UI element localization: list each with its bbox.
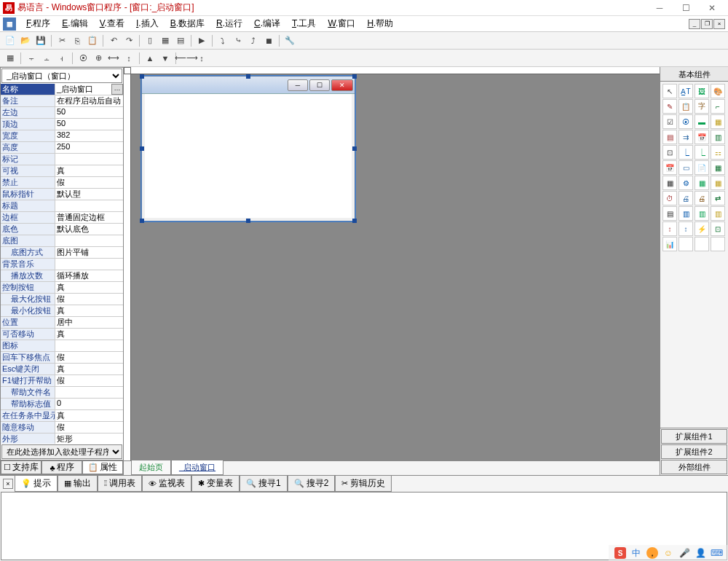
component-button-13[interactable]: ⇉ [678, 130, 693, 144]
resize-handle[interactable] [352, 146, 357, 151]
mdi-restore-button[interactable]: ❐ [701, 19, 713, 29]
layout1-button[interactable]: ▯ [143, 34, 157, 48]
tab-output[interactable]: ▦ 输出 [58, 475, 98, 492]
component-button-39[interactable]: ⊡ [711, 221, 725, 236]
menu-e[interactable]: E.编辑 [56, 16, 93, 31]
property-row[interactable]: 图标 [1, 340, 123, 352]
component-button-40[interactable]: 📊 [662, 237, 677, 251]
tab-startup-window[interactable]: _启动窗口 [171, 460, 223, 475]
tool-button[interactable]: 🔧 [282, 34, 297, 48]
step-out-button[interactable]: ⤴ [246, 34, 261, 48]
mdi-minimize-button[interactable]: _ [689, 19, 700, 29]
component-button-30[interactable]: 🖨 [695, 191, 709, 205]
resize-handle[interactable] [140, 146, 144, 151]
menu-i[interactable]: I.插入 [130, 16, 165, 31]
property-row[interactable]: 底图 [1, 235, 123, 247]
property-row[interactable]: 外形矩形 [1, 434, 123, 444]
property-value[interactable]: 循环播放 [55, 270, 123, 281]
ext-components-1-button[interactable]: 扩展组件1 [661, 429, 727, 444]
component-button-5[interactable]: 📋 [678, 99, 693, 114]
property-value[interactable]: 50 [55, 107, 123, 118]
maximize-button[interactable]: ☐ [673, 1, 699, 15]
menu-c[interactable]: C.编译 [248, 16, 286, 31]
minimize-button[interactable]: ─ [646, 1, 673, 15]
menu-h[interactable]: H.帮助 [361, 16, 399, 31]
property-row[interactable]: 控制按钮真 [1, 282, 123, 294]
align-right-button[interactable]: ⫠ [39, 51, 54, 66]
component-button-29[interactable]: 🖨 [678, 191, 693, 205]
component-button-11[interactable]: ▦ [711, 114, 725, 129]
tray-emoji-icon[interactable]: ☺ [662, 547, 674, 559]
property-row[interactable]: 高度250 [1, 142, 123, 154]
property-row[interactable]: 帮助文件名 [1, 387, 123, 399]
property-value[interactable] [55, 340, 123, 351]
copy-button[interactable]: ⎘ [70, 34, 84, 48]
component-button-42[interactable] [695, 237, 709, 251]
property-value[interactable]: 默认型 [55, 189, 123, 200]
resize-handle[interactable] [140, 74, 144, 79]
component-button-4[interactable]: ✎ [662, 99, 677, 114]
open-button[interactable]: 📂 [18, 34, 33, 48]
tab-tips[interactable]: 💡 提示 [15, 475, 58, 492]
align-top-button[interactable]: ⫞ [55, 51, 69, 66]
ext-components-2-button[interactable]: 扩展组件2 [661, 444, 727, 459]
undo-button[interactable]: ↶ [106, 34, 121, 48]
property-row[interactable]: 背景音乐 [1, 259, 123, 270]
new-button[interactable]: 📄 [3, 34, 17, 48]
property-value[interactable]: 图片平铺 [55, 247, 123, 258]
tab-search1[interactable]: 🔍 搜寻1 [240, 475, 288, 492]
component-button-41[interactable] [678, 237, 693, 251]
property-row[interactable]: 播放次数循环播放 [1, 270, 123, 282]
property-grid[interactable]: 名称_启动窗口…备注在程序启动后自动左边50顶边50宽度382高度250标记可视… [1, 84, 123, 444]
tab-properties[interactable]: 📋 属性 [82, 460, 123, 474]
stop-button[interactable]: ⏹ [261, 34, 276, 48]
property-row[interactable]: Esc键关闭真 [1, 364, 123, 375]
property-row[interactable]: 禁止假 [1, 177, 123, 189]
close-button[interactable]: ✕ [699, 1, 725, 15]
component-button-16[interactable]: ⊡ [662, 145, 677, 160]
component-button-38[interactable]: ⚡ [695, 221, 709, 236]
component-button-6[interactable]: 字 [695, 99, 709, 114]
same-height-button[interactable]: ↕ [122, 51, 136, 66]
menu-w[interactable]: W.窗口 [322, 16, 361, 31]
property-row[interactable]: 最小化按钮真 [1, 305, 123, 317]
component-button-7[interactable]: ⌐ [711, 99, 725, 114]
component-button-2[interactable]: 🖼 [695, 84, 709, 98]
property-edit-button[interactable]: … [111, 84, 123, 95]
component-button-9[interactable]: ⦿ [678, 114, 693, 129]
property-value[interactable]: 真 [55, 305, 123, 316]
property-value[interactable]: 真 [55, 410, 123, 421]
component-button-14[interactable]: 📅 [695, 130, 709, 144]
bring-front-button[interactable]: ▲ [143, 51, 157, 66]
property-row[interactable]: 边框普通固定边框 [1, 212, 123, 224]
property-row[interactable]: 备注在程序启动后自动 [1, 95, 123, 107]
tab-program[interactable]: ♣ 程序 [41, 460, 82, 474]
component-button-24[interactable]: ▦ [662, 176, 677, 190]
send-back-button[interactable]: ▼ [158, 51, 173, 66]
menu-v[interactable]: V.查看 [94, 16, 130, 31]
property-row[interactable]: 位置居中 [1, 317, 123, 329]
tray-keyboard-icon[interactable]: ⌨ [711, 547, 722, 559]
resize-handle[interactable] [140, 219, 144, 223]
tray-lang-icon[interactable]: 中 [630, 547, 642, 559]
component-button-0[interactable]: ↖ [662, 84, 677, 98]
component-button-10[interactable]: ▬ [695, 114, 709, 129]
property-row[interactable]: 回车下移焦点假 [1, 352, 123, 364]
property-value[interactable]: 在程序启动后自动 [55, 95, 123, 106]
step-into-button[interactable]: ⤷ [231, 34, 245, 48]
layout2-button[interactable]: ▦ [158, 34, 173, 48]
property-row[interactable]: 底图方式图片平铺 [1, 247, 123, 259]
component-button-33[interactable]: ▥ [678, 206, 693, 221]
same-width-button[interactable]: ⟷ [106, 51, 121, 66]
menu-t[interactable]: T.工具 [286, 16, 322, 31]
component-button-15[interactable]: ▥ [711, 130, 725, 144]
property-row[interactable]: 可视真 [1, 165, 123, 177]
property-value[interactable] [55, 235, 123, 246]
component-button-36[interactable]: ↕ [662, 221, 677, 236]
property-value[interactable]: 真 [55, 282, 123, 293]
menu-f[interactable]: F.程序 [20, 16, 56, 31]
tray-punct-icon[interactable]: ， [646, 547, 658, 559]
paste-button[interactable]: 📋 [85, 34, 100, 48]
object-selector[interactable]: _启动窗口（窗口） [1, 68, 122, 83]
cut-button[interactable]: ✂ [55, 34, 69, 48]
